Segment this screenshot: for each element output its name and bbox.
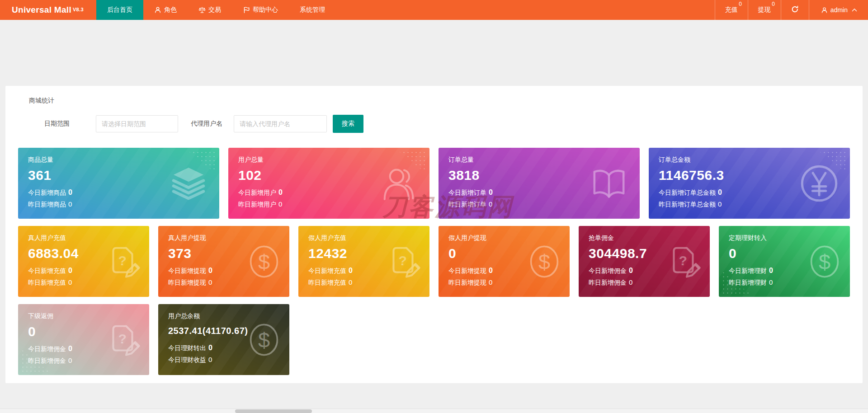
horizontal-scrollbar-thumb[interactable] [235, 409, 312, 413]
date-range-input[interactable] [96, 115, 178, 132]
card-line2-value: 0 [718, 200, 722, 208]
stat-card: 商品总量 361 今日新增商品0 昨日新增商品0 [18, 148, 219, 219]
panel-title: 商城统计 [29, 97, 850, 105]
card-line1-value: 0 [629, 267, 633, 274]
flag-icon [243, 6, 250, 14]
agent-name-input[interactable] [234, 115, 327, 132]
card-line1-value: 0 [769, 267, 773, 274]
card-line2-value: 0 [68, 278, 72, 286]
stat-card: 真人用户提现 373 今日新增提现0 昨日新增提现0 $ [158, 226, 289, 297]
stat-card: 用户总余额 2537.41(41170.67) 今日理财转出0 今日理财收益0 … [158, 304, 289, 375]
menu-item-help-center[interactable]: 帮助中心 [232, 0, 289, 20]
card-title: 真人用户提现 [168, 234, 279, 242]
card-line1-value: 0 [68, 188, 72, 196]
recharge-badge: 0 [739, 1, 742, 7]
search-button[interactable]: 搜索 [333, 115, 363, 133]
card-line2-label: 昨日新增订单总金额 [659, 201, 716, 208]
card-title: 真人用户充值 [28, 234, 139, 242]
card-line2-value: 0 [489, 200, 492, 208]
menu-item-roles[interactable]: 角色 [143, 0, 188, 20]
stat-card: 定期理财转入 0 今日新增理财0 昨日新增理财0 $ [719, 226, 850, 297]
menu-item-label: 后台首页 [107, 6, 132, 14]
card-line2-label: 昨日新增佣金 [589, 279, 627, 286]
card-line1-value: 0 [349, 267, 353, 274]
withdraw-button[interactable]: 0 提现 [748, 0, 781, 20]
stat-card: 真人用户充值 6883.04 今日新增充值0 昨日新增充值0 ? [18, 226, 149, 297]
scales-icon [198, 6, 206, 14]
refresh-icon [791, 5, 799, 14]
card-line1-label: 今日新增充值 [308, 267, 346, 274]
edit-doc-icon: ? [665, 243, 703, 281]
card-line1-label: 今日新增佣金 [28, 345, 66, 352]
withdraw-badge: 0 [772, 1, 775, 7]
menu-item-label: 系统管理 [300, 6, 325, 14]
user-icon [821, 7, 828, 14]
card-title: 抢单佣金 [589, 234, 700, 242]
menu-item-transactions[interactable]: 交易 [188, 0, 232, 20]
card-line2-label: 昨日新增商品 [28, 201, 66, 208]
card-line2-value: 0 [349, 278, 352, 286]
stat-card: 假人用户提现 0 今日新增提现0 昨日新增提现0 $ [439, 226, 570, 297]
book-icon [588, 163, 630, 204]
card-line2-label: 今日理财收益 [168, 356, 206, 363]
menu-item-system-settings[interactable]: 系统管理 [289, 0, 336, 20]
dollar-circle-icon: $ [245, 321, 283, 359]
card-line2-label: 昨日新增充值 [28, 279, 66, 286]
brand-name: Universal Mall [12, 5, 71, 15]
menu-item-dashboard[interactable]: 后台首页 [96, 0, 143, 20]
card-title: 假人用户充值 [308, 234, 420, 242]
card-title: 下级返佣 [28, 312, 139, 320]
stat-card: 用户总量 102 今日新增用户0 昨日新增用户0 [228, 148, 429, 219]
menu-item-label: 交易 [208, 6, 221, 14]
user-menu[interactable]: admin [809, 0, 868, 20]
card-line2-value: 0 [489, 278, 492, 286]
filter-row: 日期范围 代理用户名 搜索 [44, 115, 850, 133]
main-menu: 后台首页 角色 交易 帮助中心 系统管理 [96, 0, 336, 20]
refresh-button[interactable] [781, 0, 809, 20]
card-line1-label: 今日新增提现 [448, 267, 486, 274]
agent-name-label: 代理用户名 [191, 120, 222, 128]
edit-doc-icon: ? [385, 243, 423, 281]
card-line2-label: 昨日新增充值 [308, 279, 346, 286]
svg-text:$: $ [538, 249, 550, 273]
svg-text:?: ? [679, 253, 687, 268]
card-line1-label: 今日新增用户 [238, 189, 276, 196]
card-line1-value: 0 [718, 188, 722, 196]
card-line2-value: 0 [769, 278, 773, 286]
card-line1-label: 今日新增理财 [729, 267, 767, 274]
users-icon [378, 163, 420, 204]
statistics-panel: 商城统计 日期范围 代理用户名 搜索 商品总量 361 今日新增商品0 昨日新增… [5, 86, 863, 383]
menu-item-label: 帮助中心 [253, 6, 278, 14]
card-line1-label: 今日新增佣金 [589, 267, 627, 274]
card-line1-label: 今日新增订单总金额 [659, 189, 716, 196]
svg-text:?: ? [118, 253, 126, 268]
layers-icon [168, 163, 209, 204]
dollar-circle-icon: $ [245, 243, 283, 281]
stat-card: 假人用户充值 12432 今日新增充值0 昨日新增充值0 ? [298, 226, 429, 297]
date-range-label: 日期范围 [44, 120, 70, 128]
svg-text:$: $ [258, 328, 270, 352]
withdraw-label: 提现 [758, 6, 771, 14]
card-title: 定期理财转入 [729, 234, 840, 242]
card-line1-value: 0 [208, 344, 212, 352]
navbar-actions: 0 充值 0 提现 admin [715, 0, 868, 20]
edit-doc-icon: ? [105, 243, 143, 281]
card-line1-value: 0 [489, 267, 493, 274]
dollar-circle-icon: $ [525, 243, 563, 281]
stat-card: 下级返佣 0 今日新增佣金0 昨日新增佣金0 ? [18, 304, 149, 375]
recharge-button[interactable]: 0 充值 [715, 0, 748, 20]
username: admin [830, 6, 848, 14]
edit-doc-icon: ? [105, 321, 143, 359]
card-line2-value: 0 [68, 357, 72, 364]
card-line2-label: 昨日新增提现 [168, 279, 206, 286]
caret-up-icon [852, 8, 857, 12]
stat-card: 订单总量 3818 今日新增订单0 昨日新增订单0 [439, 148, 640, 219]
card-line1-label: 今日新增订单 [448, 189, 486, 196]
user-icon [154, 6, 161, 14]
card-title: 用户总余额 [168, 312, 279, 320]
card-line2-value: 0 [208, 356, 212, 363]
card-line1-value: 0 [68, 345, 72, 352]
recharge-label: 充值 [725, 6, 738, 14]
card-line1-label: 今日理财转出 [168, 344, 206, 352]
card-line2-label: 昨日新增用户 [238, 201, 276, 208]
